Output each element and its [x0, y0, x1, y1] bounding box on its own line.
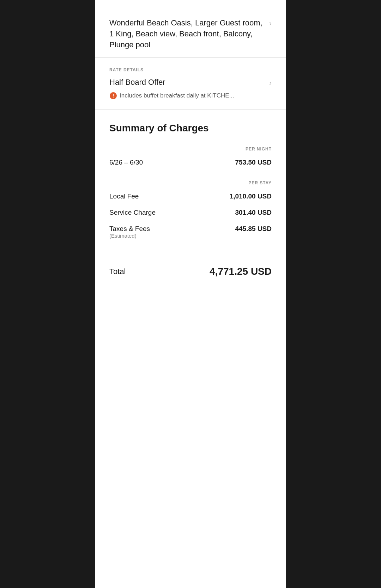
local-fee-label: Local Fee [109, 192, 139, 200]
rate-info-row: ! includes buffet breakfast daily at KIT… [109, 92, 272, 100]
total-amount: 4,771.25 USD [210, 266, 272, 277]
per-stay-group: PER STAY Local Fee 1,010.00 USD Service … [109, 180, 272, 243]
summary-title: Summary of Charges [109, 123, 272, 134]
taxes-label: Taxes & Fees (Estimated) [109, 225, 150, 239]
total-divider [109, 253, 272, 253]
service-charge-label: Service Charge [109, 209, 156, 216]
rate-offer-row[interactable]: Half Board Offer › [109, 77, 272, 87]
taxes-row: Taxes & Fees (Estimated) 445.85 USD [109, 221, 272, 243]
total-row: Total 4,771.25 USD [109, 257, 272, 284]
summary-section: Summary of Charges PER NIGHT 6/26 – 6/30… [95, 110, 286, 284]
svg-text:!: ! [113, 93, 114, 99]
local-fee-row: Local Fee 1,010.00 USD [109, 188, 272, 204]
service-charge-row: Service Charge 301.40 USD [109, 204, 272, 221]
rate-section-label: RATE DETAILS [109, 67, 272, 72]
rate-info-text: includes buffet breakfast daily at KITCH… [120, 92, 234, 99]
room-title: Wonderful Beach Oasis, Larger Guest room… [109, 18, 269, 50]
per-night-amount: 753.50 USD [235, 159, 272, 166]
local-fee-amount: 1,010.00 USD [230, 192, 272, 200]
rate-chevron-icon: › [269, 79, 272, 87]
rate-offer-title: Half Board Offer [109, 78, 165, 87]
service-charge-amount: 301.40 USD [235, 209, 272, 216]
per-stay-label: PER STAY [109, 180, 272, 185]
date-range-label: 6/26 – 6/30 [109, 159, 143, 166]
taxes-amount: 445.85 USD [235, 225, 272, 233]
per-night-label: PER NIGHT [109, 147, 272, 152]
room-section[interactable]: Wonderful Beach Oasis, Larger Guest room… [95, 11, 286, 58]
room-chevron-icon: › [269, 19, 272, 27]
date-range-row: 6/26 – 6/30 753.50 USD [109, 154, 272, 171]
total-label: Total [109, 267, 126, 276]
info-warning-icon: ! [109, 92, 117, 100]
per-night-group: PER NIGHT 6/26 – 6/30 753.50 USD [109, 147, 272, 171]
rate-section: RATE DETAILS Half Board Offer › ! includ… [95, 58, 286, 110]
per-stay-charges: Local Fee 1,010.00 USD Service Charge 30… [109, 188, 272, 243]
page-container: Wonderful Beach Oasis, Larger Guest room… [95, 0, 286, 588]
